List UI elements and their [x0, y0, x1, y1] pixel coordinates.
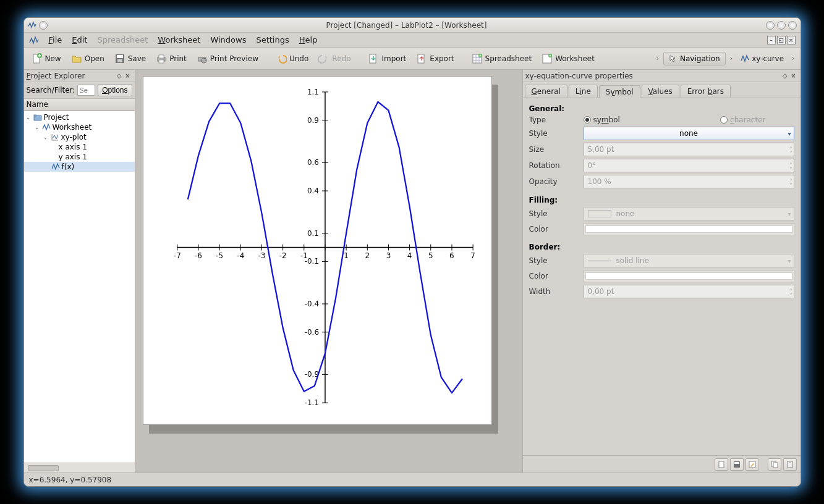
maximize-button[interactable] [777, 21, 786, 30]
svg-text:-0.4: -0.4 [304, 300, 318, 308]
toolbar-overflow-1[interactable]: › [728, 54, 734, 62]
xy-curve-icon [741, 54, 749, 63]
toolbar-overflow-2[interactable]: › [790, 54, 796, 62]
mdi-close-icon[interactable]: × [787, 36, 796, 44]
svg-text:-3: -3 [258, 251, 265, 260]
tree-item-project[interactable]: ⌄Project [24, 112, 135, 122]
svg-text:4: 4 [407, 251, 412, 260]
border-color-field [584, 270, 794, 282]
project-tree[interactable]: ⌄Project ⌄Worksheet ⌄xy-plot x axis 1 y … [24, 111, 135, 463]
footer-btn-edit[interactable] [745, 458, 759, 471]
tree-item-xyplot[interactable]: ⌄xy-plot [24, 132, 135, 142]
minimize-button[interactable] [766, 21, 775, 30]
label-type: Type [529, 116, 580, 124]
tab-values[interactable]: Values [642, 85, 679, 98]
close-button[interactable] [788, 21, 797, 30]
svg-text:0.1: 0.1 [307, 229, 318, 238]
label-opacity: Opacity [529, 177, 580, 186]
tab-errorbars[interactable]: Error bars [681, 85, 731, 98]
options-button[interactable]: Options [98, 84, 132, 96]
label-fill-style: Style [529, 209, 580, 218]
explorer-hscroll[interactable] [24, 463, 135, 472]
combo-symbol-style[interactable]: none▾ [584, 127, 794, 140]
footer-btn-save[interactable] [730, 458, 744, 471]
svg-rect-6 [159, 55, 164, 58]
print-button[interactable]: Print [152, 51, 190, 66]
tab-line[interactable]: Line [569, 85, 598, 98]
import-icon [368, 53, 379, 64]
menu-edit[interactable]: Edit [72, 35, 87, 44]
menu-settings[interactable]: Settings [256, 35, 289, 44]
window-menu-icon[interactable] [39, 21, 48, 30]
footer-btn-paste[interactable] [783, 458, 797, 471]
svg-text:2: 2 [365, 251, 370, 260]
worksheet-area[interactable]: -7-6-5-4-3-2-11234567-1.1-0.9-0.6-0.4-0.… [135, 70, 522, 472]
footer-btn-copy[interactable] [768, 458, 781, 471]
footer-btn-1[interactable] [715, 458, 728, 471]
svg-text:-5: -5 [216, 251, 223, 260]
status-coords: x=6.5964, y=0.57908 [29, 476, 112, 484]
svg-rect-7 [159, 60, 164, 63]
svg-rect-69 [734, 462, 739, 464]
print-icon [156, 53, 167, 64]
undo-button[interactable]: Undo [272, 51, 312, 66]
main-toolbar: New Open Save Print Print Preview Undo R… [24, 48, 801, 70]
app-icon [28, 21, 36, 30]
menu-file[interactable]: File [49, 35, 62, 44]
dock-float-icon[interactable]: ◇ [115, 72, 124, 80]
svg-text:-7: -7 [173, 251, 181, 260]
tab-general[interactable]: General [525, 85, 567, 98]
worksheet-node-icon [42, 123, 51, 132]
fill-color-field [584, 223, 794, 235]
svg-text:1: 1 [344, 251, 349, 260]
toolbar-overflow-left[interactable]: › [655, 54, 661, 62]
open-icon [71, 53, 82, 64]
mdi-minimize-icon[interactable]: – [767, 36, 776, 44]
navigation-mode-button[interactable]: Navigation [663, 52, 726, 65]
menubar-app-icon [29, 35, 39, 45]
tree-item-xaxis[interactable]: x axis 1 [24, 142, 135, 152]
dock-close-icon[interactable]: × [124, 72, 132, 80]
svg-rect-74 [789, 461, 791, 463]
props-close-icon[interactable]: × [789, 72, 798, 80]
import-button[interactable]: Import [364, 51, 410, 66]
svg-text:0.4: 0.4 [307, 187, 318, 195]
plot-canvas[interactable]: -7-6-5-4-3-2-11234567-1.1-0.9-0.6-0.4-0.… [143, 76, 492, 425]
properties-panel: xy-equation-curve properties ◇ × General… [522, 70, 801, 472]
svg-text:1.1: 1.1 [307, 88, 318, 96]
svg-text:0.6: 0.6 [307, 158, 318, 167]
new-button[interactable]: New [28, 51, 65, 66]
app-window: Project [Changed] – LabPlot2 – [Workshee… [23, 17, 801, 487]
menu-worksheet[interactable]: Worksheet [158, 35, 200, 44]
svg-text:0.9: 0.9 [307, 116, 318, 125]
copy-icon [770, 460, 779, 469]
tree-item-fx[interactable]: f(x) [24, 162, 135, 172]
spin-rotation: 0°▵▿ [584, 159, 794, 172]
search-input[interactable] [77, 85, 95, 96]
export-icon [416, 53, 427, 64]
open-button[interactable]: Open [67, 51, 108, 66]
properties-footer [523, 455, 801, 472]
props-float-icon[interactable]: ◇ [781, 72, 789, 80]
svg-text:7: 7 [470, 251, 475, 260]
spreadsheet-button[interactable]: Spreadsheet [468, 51, 536, 66]
xy-curve-button[interactable]: xy-curve [737, 52, 788, 65]
new-file-icon [32, 53, 43, 64]
tree-header-name[interactable]: Name [24, 98, 135, 111]
tab-symbol[interactable]: Symbol [599, 85, 640, 98]
tree-item-worksheet[interactable]: ⌄Worksheet [24, 122, 135, 132]
export-button[interactable]: Export [412, 51, 457, 66]
mdi-restore-icon[interactable]: ◱ [777, 36, 786, 44]
menu-windows[interactable]: Windows [210, 35, 246, 44]
menu-help[interactable]: Help [299, 35, 318, 44]
menubar: File Edit Spreadsheet Worksheet Windows … [24, 33, 801, 48]
tree-item-yaxis[interactable]: y axis 1 [24, 152, 135, 162]
window-title: Project [Changed] – LabPlot2 – [Workshee… [51, 21, 762, 30]
worksheet-button[interactable]: Worksheet [538, 51, 598, 66]
cursor-icon [669, 54, 677, 63]
print-preview-button[interactable]: Print Preview [193, 51, 262, 66]
save-button[interactable]: Save [111, 51, 150, 66]
radio-symbol[interactable]: symbol [584, 116, 620, 124]
edit-icon [748, 460, 757, 469]
search-label: Search/Filter: [27, 86, 75, 94]
